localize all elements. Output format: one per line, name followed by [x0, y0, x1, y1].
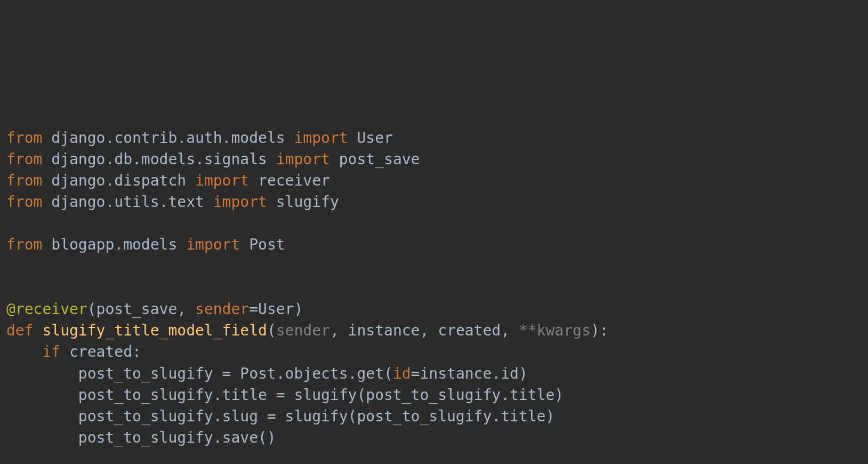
code-token — [204, 193, 213, 211]
code-token: from — [6, 193, 42, 211]
code-token — [34, 322, 43, 339]
code-line[interactable]: from django.contrib.auth.models import U… — [4, 127, 868, 149]
code-line[interactable]: from django.dispatch import receiver — [4, 170, 868, 191]
code-line[interactable]: from django.utils.text import slugify — [4, 191, 868, 213]
code-token: post_to_slugify = Post.objects.get( — [6, 365, 393, 382]
code-token: post_to_slugify.slug = slugify(post_to_s… — [6, 407, 554, 425]
code-token: created: — [60, 343, 141, 361]
code-token: slugify_title_model_field — [42, 322, 267, 339]
code-token: ( — [267, 322, 276, 339]
code-line[interactable] — [4, 213, 868, 234]
code-token: import — [276, 150, 330, 168]
code-token: django.dispatch — [51, 172, 186, 189]
code-token: from — [6, 129, 42, 147]
code-token: import — [186, 236, 240, 253]
code-line[interactable]: post_to_slugify.save() — [4, 427, 868, 449]
code-token — [186, 172, 195, 189]
code-token — [348, 129, 357, 147]
code-token — [42, 236, 51, 253]
code-line[interactable]: post_to_slugify.title = slugify(post_to_… — [4, 385, 868, 406]
code-token: import — [195, 172, 249, 189]
code-token: ( — [87, 300, 97, 318]
code-line[interactable]: post_to_slugify.slug = slugify(post_to_s… — [4, 406, 868, 427]
code-token — [240, 236, 249, 253]
code-line[interactable]: if created: — [4, 341, 868, 363]
code-token: ): — [591, 322, 609, 339]
code-token: post_to_slugify.title = slugify(post_to_… — [6, 386, 564, 404]
code-token — [42, 129, 51, 147]
code-token: post_to_slugify.save() — [6, 429, 276, 446]
code-token: sender — [276, 322, 330, 339]
code-line[interactable]: from django.db.models.signals import pos… — [4, 149, 868, 170]
code-token: if — [42, 343, 60, 361]
code-line[interactable]: post_to_slugify = Post.objects.get(id=in… — [4, 363, 868, 385]
code-token: Post — [249, 236, 285, 253]
code-token — [177, 236, 186, 253]
code-token: django.db.models.signals — [51, 150, 267, 168]
code-token — [330, 150, 339, 168]
code-token — [6, 343, 42, 361]
code-token — [267, 193, 276, 211]
code-line[interactable] — [4, 277, 868, 299]
code-token — [42, 172, 51, 189]
code-editor[interactable]: from django.contrib.auth.models import U… — [4, 85, 868, 464]
code-token: import — [294, 129, 348, 147]
code-token: from — [6, 172, 42, 189]
code-token: blogapp.models — [51, 236, 177, 253]
code-token: , — [177, 300, 195, 318]
code-line[interactable]: from blogapp.models import Post — [4, 234, 868, 255]
code-token: , instance, created, — [330, 322, 519, 339]
code-line[interactable]: @receiver(post_save, sender=User) — [4, 299, 868, 320]
code-token: post_save — [339, 150, 420, 168]
code-line[interactable] — [4, 449, 868, 464]
code-token: post_save — [97, 300, 178, 318]
code-token: receiver — [258, 172, 330, 189]
code-token: id — [393, 365, 411, 382]
code-token — [42, 150, 51, 168]
code-token: django.contrib.auth.models — [51, 129, 285, 147]
code-token: =User) — [249, 300, 303, 318]
code-token: =instance.id) — [411, 365, 528, 382]
code-token: @receiver — [6, 300, 87, 318]
code-token — [42, 193, 51, 211]
code-token: import — [213, 193, 267, 211]
code-token: from — [6, 150, 42, 168]
code-token: def — [6, 322, 34, 339]
code-token: sender — [195, 300, 249, 318]
code-token: django.utils.text — [51, 193, 204, 211]
code-token: **kwargs — [519, 322, 591, 339]
code-token: from — [6, 236, 42, 253]
code-token — [285, 129, 294, 147]
code-line[interactable]: def slugify_title_model_field(sender, in… — [4, 320, 868, 341]
code-line[interactable] — [4, 256, 868, 277]
code-token — [267, 150, 276, 168]
code-token: User — [357, 129, 392, 147]
code-token: slugify — [276, 193, 339, 211]
code-token — [249, 172, 258, 189]
